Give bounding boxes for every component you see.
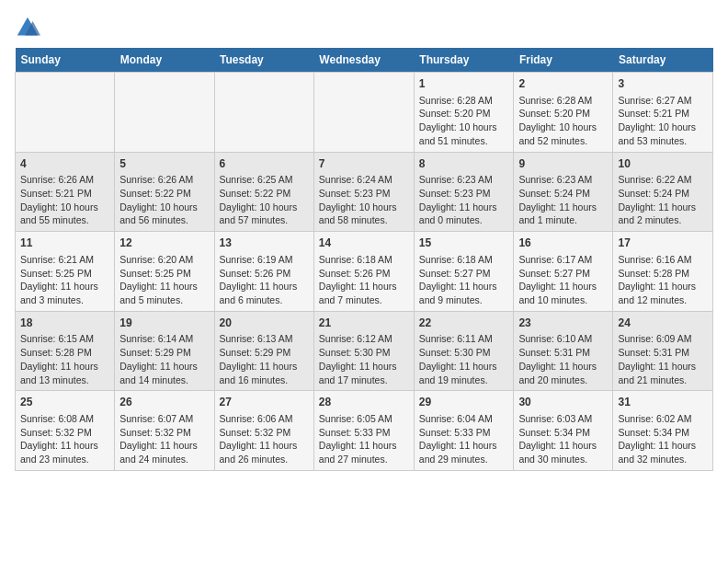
day-info: Daylight: 10 hours and 51 minutes. <box>419 121 509 147</box>
calendar-cell: 24Sunrise: 6:09 AMSunset: 5:31 PMDayligh… <box>613 311 713 391</box>
day-info: Daylight: 11 hours and 16 minutes. <box>220 360 309 386</box>
day-info: Sunset: 5:21 PM <box>20 187 109 201</box>
day-info: Daylight: 11 hours and 14 minutes. <box>119 360 209 386</box>
calendar-cell: 5Sunrise: 6:26 AMSunset: 5:22 PMDaylight… <box>115 152 214 232</box>
day-number: 2 <box>518 76 608 92</box>
day-info: Daylight: 10 hours and 52 minutes. <box>518 121 608 147</box>
day-number: 18 <box>20 316 109 331</box>
day-info: Sunset: 5:27 PM <box>518 267 608 281</box>
day-info: Daylight: 10 hours and 57 minutes. <box>220 201 309 227</box>
day-info: Sunset: 5:21 PM <box>618 107 708 121</box>
day-number: 26 <box>119 395 209 410</box>
day-info: Sunrise: 6:23 AM <box>419 173 509 187</box>
week-row-2: 4Sunrise: 6:26 AMSunset: 5:21 PMDaylight… <box>16 152 713 232</box>
calendar-cell: 8Sunrise: 6:23 AMSunset: 5:23 PMDaylight… <box>414 152 514 232</box>
day-info: Sunset: 5:20 PM <box>518 107 608 121</box>
day-info: Sunrise: 6:24 AM <box>319 173 409 187</box>
day-info: Sunrise: 6:25 AM <box>220 173 309 187</box>
day-number: 25 <box>20 395 109 410</box>
day-info: Sunrise: 6:03 AM <box>518 412 608 426</box>
day-number: 3 <box>618 76 708 92</box>
calendar-cell: 28Sunrise: 6:05 AMSunset: 5:33 PMDayligh… <box>313 391 414 471</box>
day-info: Sunrise: 6:11 AM <box>419 332 509 346</box>
calendar-cell: 19Sunrise: 6:14 AMSunset: 5:29 PMDayligh… <box>115 311 214 391</box>
day-number: 29 <box>419 395 509 410</box>
calendar-cell: 16Sunrise: 6:17 AMSunset: 5:27 PMDayligh… <box>514 232 613 312</box>
day-info: Sunrise: 6:27 AM <box>618 94 708 108</box>
calendar-cell: 11Sunrise: 6:21 AMSunset: 5:25 PMDayligh… <box>16 232 115 312</box>
day-info: Daylight: 11 hours and 23 minutes. <box>20 439 109 465</box>
day-number: 15 <box>419 236 509 251</box>
day-number: 1 <box>419 76 509 92</box>
day-number: 22 <box>419 316 509 331</box>
calendar-cell: 29Sunrise: 6:04 AMSunset: 5:33 PMDayligh… <box>414 391 514 471</box>
day-info: Daylight: 11 hours and 10 minutes. <box>518 280 608 306</box>
day-info: Daylight: 10 hours and 58 minutes. <box>319 201 409 227</box>
day-number: 9 <box>518 156 608 172</box>
calendar-cell: 15Sunrise: 6:18 AMSunset: 5:27 PMDayligh… <box>414 232 514 312</box>
week-row-5: 25Sunrise: 6:08 AMSunset: 5:32 PMDayligh… <box>16 391 713 471</box>
day-info: Daylight: 11 hours and 12 minutes. <box>618 280 708 306</box>
day-info: Sunset: 5:34 PM <box>518 426 608 440</box>
day-info: Sunset: 5:27 PM <box>419 267 509 281</box>
calendar-cell: 13Sunrise: 6:19 AMSunset: 5:26 PMDayligh… <box>214 232 313 312</box>
day-info: Sunset: 5:23 PM <box>319 187 409 201</box>
day-number: 23 <box>518 316 608 331</box>
calendar-table: SundayMondayTuesdayWednesdayThursdayFrid… <box>15 48 713 471</box>
calendar-cell: 27Sunrise: 6:06 AMSunset: 5:32 PMDayligh… <box>214 391 313 471</box>
day-info: Sunset: 5:29 PM <box>220 346 309 360</box>
day-info: Sunrise: 6:15 AM <box>20 332 109 346</box>
header-friday: Friday <box>514 48 613 73</box>
day-number: 19 <box>119 316 209 331</box>
day-info: Sunrise: 6:26 AM <box>20 173 109 187</box>
day-info: Sunrise: 6:28 AM <box>518 94 608 108</box>
calendar-cell: 12Sunrise: 6:20 AMSunset: 5:25 PMDayligh… <box>115 232 214 312</box>
day-info: Sunrise: 6:04 AM <box>419 412 509 426</box>
week-row-1: 1Sunrise: 6:28 AMSunset: 5:20 PMDaylight… <box>16 73 713 153</box>
day-info: Sunrise: 6:16 AM <box>618 253 708 267</box>
day-number: 12 <box>119 236 209 251</box>
day-info: Sunset: 5:33 PM <box>319 426 409 440</box>
day-info: Sunset: 5:25 PM <box>20 267 109 281</box>
day-info: Sunset: 5:26 PM <box>319 267 409 281</box>
day-info: Daylight: 11 hours and 24 minutes. <box>119 439 209 465</box>
day-info: Sunset: 5:31 PM <box>618 346 708 360</box>
day-info: Sunrise: 6:05 AM <box>319 412 409 426</box>
day-info: Daylight: 11 hours and 17 minutes. <box>319 360 409 386</box>
day-number: 11 <box>20 236 109 251</box>
day-info: Sunset: 5:22 PM <box>220 187 309 201</box>
calendar-cell <box>313 73 414 153</box>
calendar-cell <box>16 73 115 153</box>
calendar-cell: 23Sunrise: 6:10 AMSunset: 5:31 PMDayligh… <box>514 311 613 391</box>
day-info: Sunset: 5:24 PM <box>618 187 708 201</box>
day-info: Sunset: 5:20 PM <box>419 107 509 121</box>
calendar-cell: 17Sunrise: 6:16 AMSunset: 5:28 PMDayligh… <box>613 232 713 312</box>
day-info: Sunset: 5:22 PM <box>119 187 209 201</box>
page-header <box>15 15 713 40</box>
calendar-cell: 10Sunrise: 6:22 AMSunset: 5:24 PMDayligh… <box>613 152 713 232</box>
day-info: Sunrise: 6:13 AM <box>220 332 309 346</box>
header-thursday: Thursday <box>414 48 514 73</box>
day-info: Sunset: 5:29 PM <box>119 346 209 360</box>
day-info: Daylight: 11 hours and 5 minutes. <box>119 280 209 306</box>
day-info: Daylight: 10 hours and 53 minutes. <box>618 121 708 147</box>
day-number: 13 <box>220 236 309 251</box>
day-info: Sunrise: 6:09 AM <box>618 332 708 346</box>
calendar-cell: 1Sunrise: 6:28 AMSunset: 5:20 PMDaylight… <box>414 73 514 153</box>
day-info: Sunrise: 6:07 AM <box>119 412 209 426</box>
calendar-cell: 3Sunrise: 6:27 AMSunset: 5:21 PMDaylight… <box>613 73 713 153</box>
calendar-cell: 20Sunrise: 6:13 AMSunset: 5:29 PMDayligh… <box>214 311 313 391</box>
day-info: Sunset: 5:30 PM <box>319 346 409 360</box>
calendar-cell: 6Sunrise: 6:25 AMSunset: 5:22 PMDaylight… <box>214 152 313 232</box>
day-info: Daylight: 11 hours and 6 minutes. <box>220 280 309 306</box>
day-number: 16 <box>518 236 608 251</box>
header-tuesday: Tuesday <box>214 48 313 73</box>
day-info: Sunset: 5:34 PM <box>618 426 708 440</box>
day-number: 6 <box>220 156 309 172</box>
day-info: Sunrise: 6:17 AM <box>518 253 608 267</box>
calendar-cell: 2Sunrise: 6:28 AMSunset: 5:20 PMDaylight… <box>514 73 613 153</box>
day-info: Sunset: 5:23 PM <box>419 187 509 201</box>
day-info: Sunrise: 6:14 AM <box>119 332 209 346</box>
calendar-cell: 26Sunrise: 6:07 AMSunset: 5:32 PMDayligh… <box>115 391 214 471</box>
day-info: Daylight: 11 hours and 21 minutes. <box>618 360 708 386</box>
